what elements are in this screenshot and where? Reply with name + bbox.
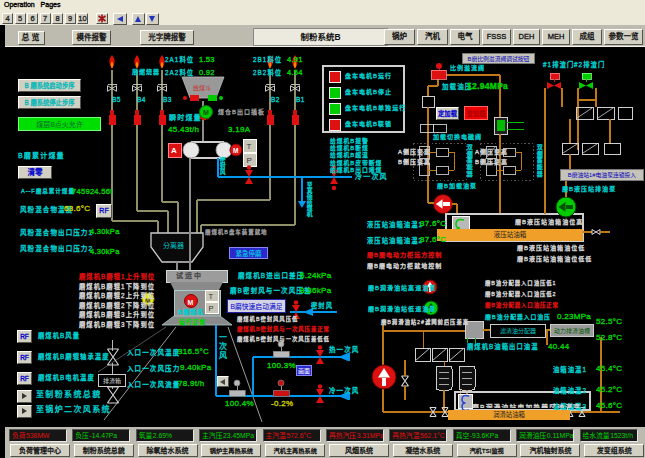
svg-text:P: P	[209, 304, 214, 313]
svg-text:T: T	[209, 292, 214, 301]
svg-text:A: A	[171, 146, 177, 155]
svg-text:P: P	[247, 156, 252, 165]
svg-text:分离器: 分离器	[163, 241, 184, 250]
svg-text:M: M	[188, 299, 194, 306]
svg-text:T: T	[247, 142, 252, 151]
svg-text:M: M	[203, 109, 209, 116]
svg-text:给煤斗: 给煤斗	[193, 84, 211, 92]
svg-text:M: M	[233, 147, 238, 154]
